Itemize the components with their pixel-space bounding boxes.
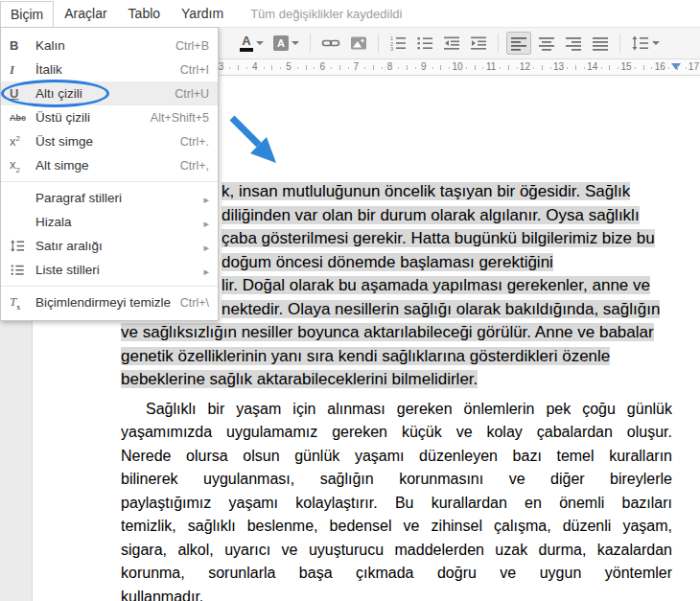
ruler-tick bbox=[482, 67, 483, 69]
numbered-list-button[interactable]: 1 2 3 bbox=[386, 32, 409, 55]
toolbar-separator bbox=[498, 34, 499, 53]
menu-tablo[interactable]: Tablo bbox=[118, 1, 171, 26]
menu-item-label: Biçimlendirmeyi temizle bbox=[35, 295, 180, 310]
ruler-number: 8 bbox=[387, 61, 393, 72]
line-spacing-button[interactable] bbox=[628, 32, 663, 55]
menu-item-bold[interactable]: B Kalın Ctrl+B bbox=[1, 34, 218, 58]
toolbar-separator bbox=[619, 34, 620, 53]
ruler-tick bbox=[449, 67, 450, 69]
line-spacing-icon bbox=[10, 239, 35, 253]
menu-separator bbox=[1, 181, 218, 182]
ruler-tick bbox=[533, 67, 534, 69]
bulleted-list-button[interactable] bbox=[413, 32, 436, 55]
ruler-tick bbox=[500, 67, 501, 69]
menu-item-label: Hizala bbox=[35, 215, 199, 229]
ruler-tick bbox=[229, 67, 230, 69]
menu-item-label: Kalın bbox=[35, 38, 175, 53]
ruler-tick bbox=[264, 67, 265, 69]
ruler-number: 15 bbox=[620, 61, 631, 72]
chevron-down-icon bbox=[652, 41, 660, 45]
ruler-tick bbox=[331, 67, 332, 69]
svg-text:3: 3 bbox=[390, 46, 393, 52]
increase-indent-button[interactable] bbox=[467, 32, 490, 55]
menu-item-line-spacing[interactable]: Satır aralığı bbox=[1, 234, 218, 258]
clear-formatting-icon: Tx bbox=[10, 294, 35, 312]
menu-item-paragraph-styles[interactable]: Paragraf stilleri bbox=[1, 186, 218, 210]
doc-line: genetik özelliklerinin yanı sıra kendi s… bbox=[121, 345, 672, 369]
align-right-icon bbox=[565, 35, 582, 52]
ruler-tick bbox=[373, 65, 374, 70]
menu-bicim[interactable]: Biçim bbox=[0, 1, 54, 27]
insert-image-button[interactable] bbox=[347, 32, 370, 55]
menu-item-label: İtalik bbox=[35, 62, 180, 77]
menu-item-label: Üst simge bbox=[35, 134, 180, 149]
subscript-icon: x2 bbox=[10, 157, 35, 174]
menu-item-shortcut: Ctrl+\ bbox=[180, 296, 209, 310]
submenu-arrow-icon bbox=[199, 190, 209, 207]
justify-button[interactable] bbox=[589, 32, 612, 55]
ruler-number: 13 bbox=[553, 61, 564, 72]
ruler-tick bbox=[643, 65, 644, 70]
save-status: Tüm değişiklikler kaydedildi bbox=[250, 7, 402, 21]
bold-icon: B bbox=[10, 38, 35, 53]
align-center-icon bbox=[538, 35, 555, 52]
superscript-icon: x2 bbox=[10, 134, 35, 149]
format-menu: B Kalın Ctrl+B I İtalik Ctrl+I U Altı çi… bbox=[0, 27, 219, 321]
highlight-color-button[interactable]: A bbox=[270, 32, 302, 55]
highlight-color-icon: A bbox=[273, 35, 289, 51]
menu-item-superscript[interactable]: x2 Üst simge Ctrl+. bbox=[1, 129, 218, 153]
ruler-tick bbox=[348, 67, 349, 69]
ruler-tick bbox=[609, 65, 610, 70]
image-icon bbox=[350, 35, 367, 52]
ruler-tick bbox=[475, 65, 476, 70]
ruler-tick bbox=[364, 67, 365, 69]
text-color-button[interactable]: A bbox=[237, 32, 267, 55]
doc-line: Nerede olursa olsun günlük yaşamı düzenl… bbox=[121, 445, 672, 469]
align-center-button[interactable] bbox=[535, 32, 558, 55]
ruler-tick bbox=[517, 67, 518, 69]
ruler-tick bbox=[306, 65, 307, 70]
ruler-tick bbox=[440, 65, 441, 70]
menu-item-label: Alt simge bbox=[35, 158, 180, 173]
ruler-tick bbox=[407, 65, 408, 70]
ruler-number: 3 bbox=[219, 61, 224, 72]
menu-item-italic[interactable]: I İtalik Ctrl+I bbox=[1, 58, 218, 81]
menu-item-subscript[interactable]: x2 Alt simge Ctrl+, bbox=[1, 153, 218, 177]
italic-icon: I bbox=[10, 62, 35, 78]
menu-item-label: Satır aralığı bbox=[35, 239, 199, 253]
ruler-tick bbox=[339, 65, 340, 70]
insert-link-button[interactable] bbox=[318, 32, 343, 55]
ruler-tick bbox=[415, 67, 416, 69]
increase-indent-icon bbox=[470, 35, 487, 52]
chevron-down-icon bbox=[292, 41, 299, 45]
align-right-button[interactable] bbox=[562, 32, 585, 55]
ruler-number: 12 bbox=[520, 61, 530, 72]
menu-item-align[interactable]: Hizala bbox=[1, 210, 218, 234]
ruler-number: 9 bbox=[421, 61, 427, 72]
menu-araclar[interactable]: Araçlar bbox=[54, 1, 117, 26]
ruler-tick bbox=[686, 67, 687, 69]
doc-line: kullanmadır. bbox=[121, 586, 672, 601]
menu-yardim[interactable]: Yardım bbox=[171, 1, 234, 26]
ruler-tick bbox=[382, 67, 383, 69]
menu-item-underline[interactable]: U Altı çizili Ctrl+U bbox=[1, 81, 218, 105]
submenu-arrow-icon bbox=[199, 262, 209, 279]
align-left-button[interactable] bbox=[506, 32, 531, 55]
ruler-tick bbox=[677, 65, 678, 70]
doc-line: sigara, alkol, uyarıcı ve uyuşturucu mad… bbox=[121, 539, 672, 563]
ruler-tick bbox=[601, 67, 602, 69]
menu-item-list-styles[interactable]: Liste stilleri bbox=[1, 258, 218, 282]
ruler-number: 10 bbox=[452, 61, 462, 72]
ruler-tick bbox=[466, 67, 467, 69]
menu-item-label: Üstü çizili bbox=[35, 110, 151, 125]
decrease-indent-button[interactable] bbox=[440, 32, 463, 55]
ruler-tick bbox=[280, 67, 281, 69]
ruler-tick bbox=[668, 67, 669, 69]
ruler-number: 7 bbox=[354, 61, 360, 72]
numbered-list-icon: 1 2 3 bbox=[389, 35, 407, 52]
ruler-number: 4 bbox=[252, 61, 258, 72]
link-icon bbox=[321, 35, 340, 52]
menu-item-strikethrough[interactable]: Abc Üstü çizili Alt+Shift+5 bbox=[1, 105, 218, 129]
menu-item-clear-formatting[interactable]: Tx Biçimlendirmeyi temizle Ctrl+\ bbox=[1, 290, 218, 314]
ruler-tick bbox=[651, 67, 652, 69]
